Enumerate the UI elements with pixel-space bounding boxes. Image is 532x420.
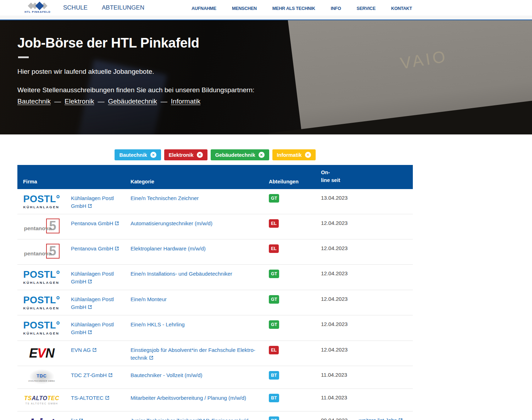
online-since-date: 13.04.2023	[321, 193, 359, 201]
nav-divider	[0, 16, 532, 20]
table-row: EVN EVN AG Einstiegsjob für Absolvent*in…	[17, 341, 413, 366]
filter-tag-gebaeudetechnik[interactable]: Gebäudetechnik ✕	[211, 149, 269, 160]
company-link[interactable]: TS-ALTOTEC	[71, 394, 109, 402]
company-logo-cell: TSALTOTECTS ALTOTEC GMBH	[17, 396, 71, 405]
vaio-logo: VAIO	[399, 46, 449, 73]
department-badge: GT	[269, 320, 279, 329]
extra-cell	[359, 269, 413, 270]
external-link-icon	[149, 356, 153, 360]
filter-tag-informatik[interactable]: Informatik ✕	[272, 149, 316, 160]
job-link[interactable]: Eine/n HKLS - Lehrling	[131, 321, 185, 327]
external-link-icon	[93, 348, 96, 352]
column-header-online-seit: On- line seit	[321, 168, 359, 184]
job-link[interactable]: Bautechniker - Vollzeit (m/w/d)	[131, 372, 203, 378]
department-cell: BT	[269, 416, 321, 420]
company-link[interactable]: Pentanova GmbH	[71, 220, 119, 227]
company-cell: Kühlanlagen Postl GmbH	[71, 320, 131, 336]
remove-filter-icon[interactable]: ✕	[259, 152, 265, 158]
online-since-date: 12.04.2023	[321, 320, 359, 327]
remove-filter-icon[interactable]: ✕	[305, 152, 311, 158]
diamond-icon	[35, 1, 44, 10]
category-cell: Bautechniker - Vollzeit (m/w/d)	[131, 370, 269, 379]
nav-item-aufnahme[interactable]: AUFNAHME	[192, 6, 216, 11]
company-cell: Kühlanlagen Postl GmbH	[71, 193, 131, 210]
company-logo-cell: List	[17, 417, 71, 420]
online-since-date: 12.04.2023	[321, 294, 359, 302]
department-badge: EL	[269, 346, 279, 354]
category-cell: Eine/n HKLS - Lehrling	[131, 320, 269, 328]
department-badge: BT	[269, 394, 279, 402]
job-link[interactable]: Junior Technischer Zeichner/CAD-Engineer…	[131, 418, 250, 420]
company-logo-cell: POSTL°KÜHLANLAGEN	[17, 270, 71, 284]
company-link[interactable]: Kühlanlagen Postl GmbH	[71, 270, 121, 286]
nav-item-mehr-als-technik[interactable]: MEHR ALS TECHNIK	[272, 6, 315, 11]
department-badge: EL	[269, 244, 279, 253]
external-link-icon	[115, 221, 119, 225]
department-cell: EL	[269, 345, 321, 354]
partner-link-elektronik[interactable]: Elektronik	[65, 98, 94, 105]
filter-tag-elektronik[interactable]: Elektronik ✕	[164, 149, 207, 160]
table-row: POSTL°KÜHLANLAGEN Kühlanlagen Postl GmbH…	[17, 189, 413, 215]
extra-cell	[359, 393, 413, 394]
online-since-date: 09.04.2023	[321, 416, 359, 420]
external-link-icon	[109, 373, 112, 377]
job-link[interactable]: Eine/n Installations- und Gebäudetechnik…	[131, 271, 232, 277]
company-logo-cell: 5pentanova	[17, 219, 71, 235]
external-link-icon	[399, 418, 403, 420]
page-title: Job-Börse der HTL Pinkafeld	[17, 36, 254, 51]
extra-cell: weitere list Jobs	[359, 416, 413, 420]
company-link[interactable]: Kühlanlagen Postl GmbH	[71, 295, 121, 311]
department-cell: BT	[269, 393, 321, 402]
job-link[interactable]: Eine/n Monteur	[131, 296, 167, 302]
company-link[interactable]: Kühlanlagen Postl GmbH	[71, 321, 121, 336]
table-header: Firma Kategorie Abteilungen On- line sei…	[17, 165, 413, 189]
partner-links: Bautechnik—Elektronik—Gebäudetechnik—Inf…	[17, 96, 254, 107]
remove-filter-icon[interactable]: ✕	[197, 152, 203, 158]
company-logo-postl: POSTL°KÜHLANLAGEN	[23, 321, 60, 335]
partner-link-gebaeudetechnik[interactable]: Gebäudetechnik	[108, 98, 157, 105]
company-logo-cell: EVN	[17, 347, 71, 360]
department-badge: EL	[269, 219, 279, 228]
company-link[interactable]: EVN AG	[71, 346, 96, 354]
more-jobs-link[interactable]: weitere list Jobs	[359, 417, 403, 420]
category-cell: Eine/n Installations- und Gebäudetechnik…	[131, 269, 269, 278]
filter-tag-bautechnik[interactable]: Bautechnik ✕	[115, 149, 161, 160]
job-link[interactable]: Automatisierungstechniker (m/w/d)	[131, 220, 212, 226]
department-cell: GT	[269, 320, 321, 329]
nav-item-info[interactable]: INFO	[331, 6, 341, 11]
nav-item-menschen[interactable]: MENSCHEN	[232, 6, 257, 11]
nav-item-kontakt[interactable]: KONTAKT	[391, 6, 412, 11]
company-link[interactable]: Kühlanlagen Postl GmbH	[71, 194, 121, 210]
partner-link-informatik[interactable]: Informatik	[171, 98, 200, 105]
hero-intro-text: Hier posten wir laufend aktuelle Jobange…	[17, 68, 254, 76]
company-logo-tsaltotec: TSALTOTECTS ALTOTEC GMBH	[24, 396, 59, 405]
remove-filter-icon[interactable]: ✕	[150, 152, 156, 158]
company-link[interactable]: list	[71, 417, 83, 420]
job-link[interactable]: Eine/n Technischen Zeichner	[131, 195, 199, 201]
nav-item-service[interactable]: SERVICE	[357, 6, 376, 11]
htl-pinkafeld-logo[interactable]: HTL PINKAFELD	[21, 2, 54, 13]
table-row: TSALTOTECTS ALTOTEC GMBH TS-ALTOTEC Mita…	[17, 389, 413, 411]
job-link[interactable]: Einstiegsjob für Absolvent*in der Fachsc…	[131, 347, 255, 361]
nav-item-abteilungen[interactable]: ABTEILUNGEN	[102, 4, 144, 11]
link-separator: —	[161, 98, 167, 105]
job-link[interactable]: Elektroplaner Hardware (m/w/d)	[131, 245, 206, 252]
department-badge: BT	[269, 416, 279, 420]
partners-line: Weitere Stellenausschreibungen finden Si…	[17, 84, 254, 96]
company-logo-cell: POSTL°KÜHLANLAGEN	[17, 321, 71, 335]
table-row: 5pentanova Pentanova GmbH Automatisierun…	[17, 214, 413, 239]
external-link-icon	[79, 419, 83, 420]
job-link[interactable]: Mitarbeiter Arbeitsvorbereitung / Planun…	[131, 395, 246, 401]
company-cell: Pentanova GmbH	[71, 244, 131, 253]
active-filters: Bautechnik ✕ Elektronik ✕ Gebäudetechnik…	[17, 149, 413, 160]
department-cell: BT	[269, 370, 321, 380]
company-logo-cell: POSTL°KÜHLANLAGEN	[17, 295, 71, 310]
nav-item-schule[interactable]: SCHULE	[63, 4, 88, 11]
online-since-date: 12.04.2023	[321, 244, 359, 251]
company-logo-postl: POSTL°KÜHLANLAGEN	[23, 295, 60, 310]
company-link[interactable]: Pentanova GmbH	[71, 245, 119, 253]
partner-link-bautechnik[interactable]: Bautechnik	[17, 98, 51, 105]
company-link[interactable]: TDC ZT-GmbH	[71, 371, 112, 379]
table-row: 5pentanova Pentanova GmbH Elektroplaner …	[17, 239, 413, 265]
table-row: POSTL°KÜHLANLAGEN Kühlanlagen Postl GmbH…	[17, 290, 413, 316]
